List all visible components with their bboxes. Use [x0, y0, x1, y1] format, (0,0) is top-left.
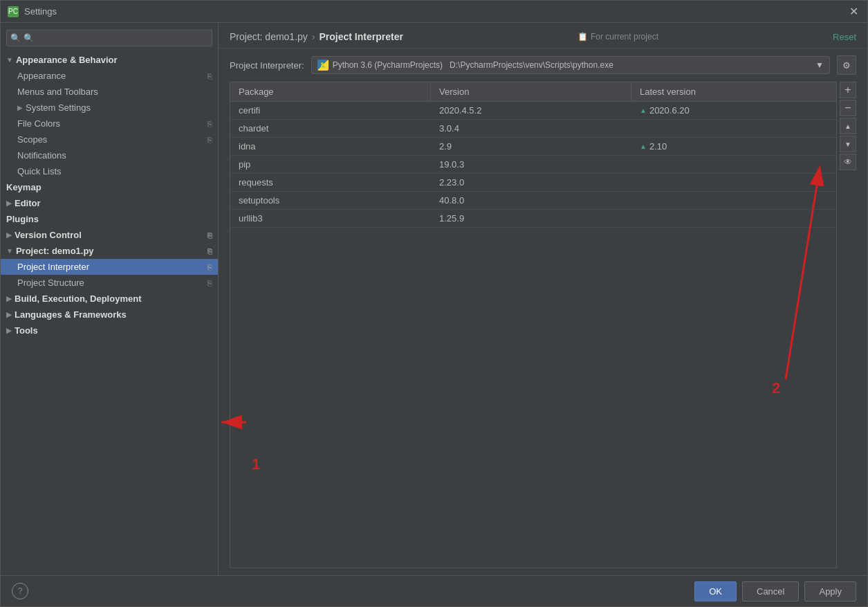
sidebar-item-menus-toolbars[interactable]: Menus and Toolbars	[1, 84, 218, 100]
sidebar-item-project-interpreter[interactable]: Project Interpreter ⎘	[1, 259, 218, 275]
cell-latest: ▲ 2.10	[631, 138, 836, 155]
copy-icon: ⎘	[207, 72, 212, 80]
titlebar: PC Settings ✕	[1, 1, 867, 23]
sidebar-item-appearance[interactable]: Appearance ⎘	[1, 68, 218, 84]
cell-package: setuptools	[230, 192, 431, 209]
cancel-button[interactable]: Cancel	[742, 581, 799, 601]
copy-icon: ⎘	[207, 231, 212, 239]
sidebar-item-project-structure[interactable]: Project Structure ⎘	[1, 275, 218, 291]
close-button[interactable]: ✕	[847, 5, 860, 19]
sidebar-item-plugins[interactable]: Plugins	[1, 211, 218, 227]
interpreter-label: Project Interpreter:	[230, 60, 304, 71]
search-input[interactable]	[6, 30, 212, 46]
latest-value: 2020.6.20	[649, 105, 690, 116]
interpreter-select[interactable]: 🐍 Python 3.6 (PycharmProjects) D:\Pychar…	[311, 56, 830, 74]
cell-latest	[631, 174, 836, 191]
copy-icon: ⎘	[207, 279, 212, 287]
search-box: 🔍	[6, 30, 212, 46]
sidebar-label: Appearance	[17, 71, 66, 81]
eye-button[interactable]: 👁	[840, 154, 856, 170]
sidebar-item-editor[interactable]: ▶ Editor	[1, 195, 218, 211]
sidebar-item-appearance-behavior[interactable]: ▼ Appearance & Behavior	[1, 52, 218, 68]
sidebar-item-system-settings[interactable]: ▶ System Settings	[1, 100, 218, 116]
cell-version: 19.0.3	[431, 156, 631, 173]
sidebar-label: Build, Execution, Deployment	[15, 293, 141, 304]
cell-package: pip	[230, 156, 431, 173]
scroll-down-button[interactable]: ▼	[840, 136, 856, 152]
cell-version: 2.9	[431, 138, 631, 155]
interpreter-settings-button[interactable]: ⚙	[837, 55, 856, 75]
sidebar-label: Scopes	[17, 134, 47, 145]
table-header: Package Version Latest version	[230, 82, 836, 102]
cell-package: certifi	[230, 102, 431, 119]
python-icon: 🐍	[317, 60, 329, 71]
table-row[interactable]: idna 2.9 ▲ 2.10	[230, 138, 836, 156]
settings-window: PC Settings ✕ 🔍 ▼ Appearance & Behavior …	[0, 0, 868, 607]
interpreter-value: Python 3.6 (PycharmProjects) D:\PycharmP…	[333, 60, 613, 70]
table-body: certifi 2020.4.5.2 ▲ 2020.6.20 chardet 3…	[230, 102, 836, 568]
cell-package: chardet	[230, 120, 431, 137]
sidebar-label: Project Structure	[17, 278, 84, 288]
dropdown-arrow: ▼	[815, 60, 824, 70]
sidebar-label: Tools	[15, 325, 38, 336]
sidebar-label: Plugins	[6, 214, 39, 224]
sidebar-item-build-execution[interactable]: ▶ Build, Execution, Deployment	[1, 291, 218, 307]
cell-version: 2.23.0	[431, 174, 631, 191]
cell-latest: ▲ 2020.6.20	[631, 102, 836, 119]
table-row[interactable]: certifi 2020.4.5.2 ▲ 2020.6.20	[230, 102, 836, 120]
sidebar-label: Languages & Frameworks	[15, 309, 127, 320]
scroll-up-button[interactable]: ▲	[840, 118, 856, 134]
sidebar-label: Notifications	[17, 150, 66, 161]
breadcrumb-project: Project: demo1.py	[230, 31, 308, 42]
cell-latest	[631, 156, 836, 173]
packages-table: Package Version Latest version certifi 2…	[230, 82, 837, 568]
cell-version: 40.8.0	[431, 192, 631, 209]
upgrade-arrow: ▲	[640, 143, 647, 150]
table-row[interactable]: pip 19.0.3	[230, 156, 836, 174]
add-package-button[interactable]: +	[840, 82, 856, 98]
sidebar-label: Project Interpreter	[17, 262, 89, 272]
reset-button[interactable]: Reset	[833, 32, 856, 42]
copy-icon: ⎘	[207, 263, 212, 271]
col-latest: Latest version	[631, 82, 836, 101]
expand-arrow: ▶	[6, 199, 12, 207]
cell-version: 2020.4.5.2	[431, 102, 631, 119]
remove-package-button[interactable]: −	[840, 100, 856, 116]
sidebar-item-scopes[interactable]: Scopes ⎘	[1, 132, 218, 147]
table-row[interactable]: setuptools 40.8.0	[230, 192, 836, 210]
sidebar-item-tools[interactable]: ▶ Tools	[1, 323, 218, 338]
cell-package: urllib3	[230, 210, 431, 227]
apply-button[interactable]: Apply	[804, 581, 856, 601]
sidebar-item-languages-frameworks[interactable]: ▶ Languages & Frameworks	[1, 307, 218, 323]
interpreter-row: Project Interpreter: 🐍 Python 3.6 (Pycha…	[219, 48, 867, 82]
search-icon: 🔍	[10, 33, 21, 43]
sidebar-label: File Colors	[17, 118, 60, 129]
table-row[interactable]: chardet 3.0.4	[230, 120, 836, 138]
table-with-sidebar: Package Version Latest version certifi 2…	[230, 82, 856, 568]
ok-button[interactable]: OK	[694, 581, 737, 601]
table-row[interactable]: urllib3 1.25.9	[230, 210, 836, 228]
sidebar-item-file-colors[interactable]: File Colors ⎘	[1, 116, 218, 132]
sidebar-item-notifications[interactable]: Notifications	[1, 147, 218, 163]
breadcrumb-page: Project Interpreter	[320, 31, 403, 42]
sidebar-item-keymap[interactable]: Keymap	[1, 179, 218, 195]
interpreter-select-text: 🐍 Python 3.6 (PycharmProjects) D:\Pychar…	[317, 60, 613, 71]
sidebar-item-project-demo1[interactable]: ▼ Project: demo1.py ⎘	[1, 243, 218, 259]
cell-latest	[631, 192, 836, 209]
cell-latest	[631, 120, 836, 137]
cell-package: requests	[230, 174, 431, 191]
col-version: Version	[431, 82, 631, 101]
help-button[interactable]: ?	[12, 583, 28, 599]
side-buttons: + − ▲ ▼ 👁	[837, 82, 856, 568]
sidebar-item-quick-lists[interactable]: Quick Lists	[1, 163, 218, 179]
table-row[interactable]: requests 2.23.0	[230, 174, 836, 192]
copy-icon: ⎘	[207, 247, 212, 255]
sidebar-item-version-control[interactable]: ▶ Version Control ⎘	[1, 227, 218, 243]
right-panel: Project: demo1.py › Project Interpreter …	[219, 23, 867, 575]
app-icon: PC	[8, 6, 19, 17]
panel-header: Project: demo1.py › Project Interpreter …	[219, 23, 867, 48]
sidebar-label: Editor	[15, 198, 41, 208]
latest-value: 2.10	[649, 141, 667, 152]
main-content: 🔍 ▼ Appearance & Behavior Appearance ⎘ M…	[1, 23, 867, 575]
sidebar-label: Menus and Toolbars	[17, 87, 98, 97]
